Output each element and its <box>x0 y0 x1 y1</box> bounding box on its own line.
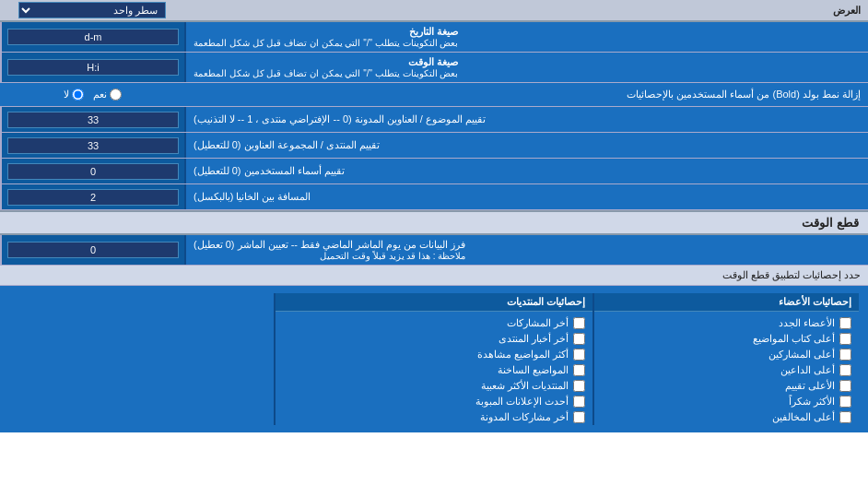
checkbox-top-violators[interactable] <box>839 411 851 423</box>
bold-row: إزالة نمط بولد (Bold) من أسماء المستخدمي… <box>0 83 868 107</box>
cutoff-field[interactable] <box>7 242 179 258</box>
forum-input <box>0 133 184 158</box>
stats-item-top-writers: أعلى كتاب المواضيع <box>594 331 859 347</box>
bold-radio-options: نعم لا <box>0 87 184 102</box>
header-label: العرض <box>184 2 868 19</box>
sort-field[interactable] <box>7 112 179 128</box>
bold-yes-radio[interactable] <box>110 89 122 101</box>
display-select[interactable]: سطر واحدسطرينثلاثة أسطر <box>18 2 166 18</box>
checkbox-most-viewed[interactable] <box>573 349 585 361</box>
time-format-label: صيغة الوقت بعض التكوينات يتطلب "/" التي … <box>184 53 868 82</box>
main-container: العرض سطر واحدسطرينثلاثة أسطر صيغة التار… <box>0 0 868 432</box>
checkbox-blog-posts[interactable] <box>573 411 585 423</box>
stats-col-forums: إحصائيات المنتديات أخر المشاركات أخر أخب… <box>276 293 594 425</box>
stats-item-forum-news: أخر أخبار المنتدى <box>276 331 592 347</box>
distance-row: المسافة بين الخانيا (بالبكسل) <box>0 184 868 210</box>
date-format-row: صيغة التاريخ بعض التكوينات يتطلب "/" الت… <box>0 22 868 53</box>
header-row: العرض سطر واحدسطرينثلاثة أسطر <box>0 0 868 22</box>
users-label: تقييم أسماء المستخدمين (0 للتعطيل) <box>184 159 868 183</box>
sort-input <box>0 107 184 132</box>
users-input <box>0 159 184 183</box>
stats-item-new-members: الأعضاء الجدد <box>594 315 859 331</box>
date-format-label: صيغة التاريخ بعض التكوينات يتطلب "/" الت… <box>184 22 868 52</box>
limit-row: حدد إحصائيات لتطبيق قطع الوقت <box>0 266 868 286</box>
stats-item-hot-topics: المواضيع الساخنة <box>276 362 592 378</box>
stats-item-top-violators: أعلى المخالفين <box>594 409 859 425</box>
sort-row: تقييم الموضوع / العناوين المدونة (0 -- ا… <box>0 107 868 133</box>
stats-item-most-thanked: الأكثر شكراً <box>594 394 859 409</box>
forum-row: تقييم المنتدى / المجموعة العناوين (0 للت… <box>0 133 868 159</box>
cutoff-label: فرز البيانات من يوم الماشر الماضي فقط --… <box>184 235 868 265</box>
checkbox-new-members[interactable] <box>839 317 851 329</box>
forum-label: تقييم المنتدى / المجموعة العناوين (0 للت… <box>184 133 868 158</box>
stats-grid: إحصائيات الأعضاء الأعضاء الجدد أعلى كتاب… <box>9 293 859 425</box>
stats-item-latest-classifieds: أحدث الإعلانات المبوبة <box>276 394 592 409</box>
checkbox-top-rated[interactable] <box>839 380 851 392</box>
stats-col-members: إحصائيات الأعضاء الأعضاء الجدد أعلى كتاب… <box>594 293 859 425</box>
stats-header-forums: إحصائيات المنتديات <box>276 293 592 312</box>
checkbox-latest-classifieds[interactable] <box>573 396 585 408</box>
time-format-input <box>0 53 184 82</box>
limit-label: حدد إحصائيات لتطبيق قطع الوقت <box>722 269 861 280</box>
distance-field[interactable] <box>7 189 179 206</box>
distance-input <box>0 184 184 209</box>
forum-field[interactable] <box>7 137 179 154</box>
stats-header-members: إحصائيات الأعضاء <box>594 293 859 312</box>
cutoff-input <box>0 235 184 265</box>
bold-yes-label: نعم <box>93 89 122 101</box>
date-format-input <box>0 22 184 52</box>
checkbox-top-writers[interactable] <box>839 333 851 345</box>
stats-col-empty <box>9 293 276 425</box>
checkbox-forum-news[interactable] <box>573 333 585 345</box>
checkbox-hot-topics[interactable] <box>573 364 585 376</box>
stats-item-last-posts: أخر المشاركات <box>276 315 592 331</box>
bold-no-radio[interactable] <box>72 89 84 101</box>
sort-label: تقييم الموضوع / العناوين المدونة (0 -- ا… <box>184 107 868 132</box>
stats-section: إحصائيات الأعضاء الأعضاء الجدد أعلى كتاب… <box>0 286 868 432</box>
stats-item-top-inviters: أعلى الداعين <box>594 362 859 378</box>
stats-item-top-rated: الأعلى تقييم <box>594 378 859 394</box>
users-field[interactable] <box>7 163 179 180</box>
header-input: سطر واحدسطرينثلاثة أسطر <box>0 0 184 20</box>
distance-label: المسافة بين الخانيا (بالبكسل) <box>184 184 868 209</box>
time-format-row: صيغة الوقت بعض التكوينات يتطلب "/" التي … <box>0 53 868 83</box>
checkbox-top-inviters[interactable] <box>839 364 851 376</box>
checkbox-popular-forums[interactable] <box>573 380 585 392</box>
checkbox-most-thanked[interactable] <box>839 396 851 408</box>
stats-item-blog-posts: أخر مشاركات المدونة <box>276 409 592 425</box>
cutoff-row: فرز البيانات من يوم الماشر الماضي فقط --… <box>0 235 868 266</box>
bold-label: إزالة نمط بولد (Bold) من أسماء المستخدمي… <box>184 85 868 104</box>
date-format-field[interactable] <box>7 29 179 45</box>
stats-item-most-viewed: أكثر المواضيع مشاهدة <box>276 347 592 362</box>
cutoff-section-title: قطع الوقت <box>0 210 868 235</box>
checkbox-last-posts[interactable] <box>573 317 585 329</box>
bold-no-label: لا <box>64 89 84 101</box>
users-row: تقييم أسماء المستخدمين (0 للتعطيل) <box>0 159 868 184</box>
time-format-field[interactable] <box>7 59 179 76</box>
checkbox-top-participants[interactable] <box>839 349 851 361</box>
stats-item-popular-forums: المنتديات الأكثر شعبية <box>276 378 592 394</box>
stats-item-top-participants: أعلى المشاركين <box>594 347 859 362</box>
